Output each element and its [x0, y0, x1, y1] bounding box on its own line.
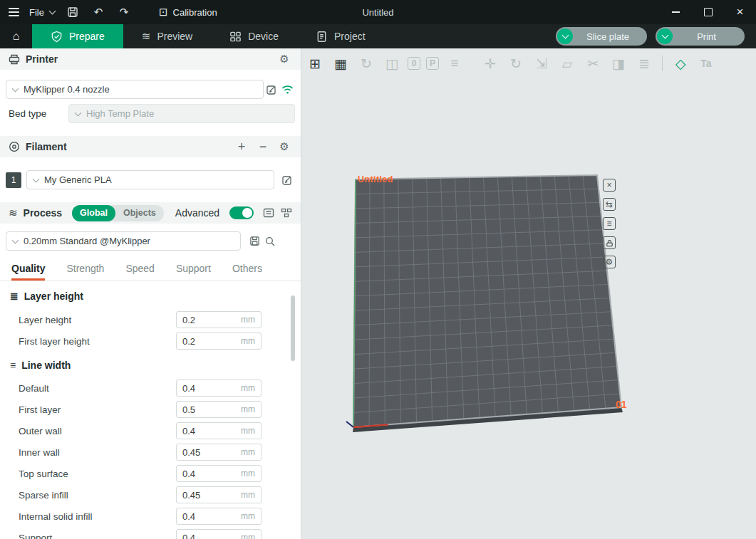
plate-actions: × ⇆ ≡ ⚙: [603, 179, 616, 268]
filament-preset-value: My Generic PLA: [44, 174, 267, 185]
param-row: Layer height 0.2 mm: [0, 309, 301, 330]
chevron-down-icon: [75, 109, 82, 116]
remove-filament-icon[interactable]: −: [255, 139, 271, 155]
bed-type-select[interactable]: High Temp Plate: [68, 104, 295, 123]
save-preset-icon[interactable]: [247, 234, 262, 249]
param-input-first-layer-height[interactable]: 0.2 mm: [176, 333, 262, 350]
tab-device[interactable]: Device: [211, 24, 297, 48]
rename-plate-icon[interactable]: ≡: [603, 217, 616, 230]
printer-settings-gear-icon[interactable]: ⚙: [276, 51, 292, 67]
save-button[interactable]: [65, 4, 81, 20]
tab-quality[interactable]: Quality: [11, 263, 45, 281]
orient-plate-icon[interactable]: ⇆: [603, 198, 616, 211]
minimize-icon: [672, 11, 680, 13]
filament-preset-row: 1 My Generic PLA: [0, 170, 301, 189]
lock-plate-icon[interactable]: [603, 236, 616, 249]
object-list-icon[interactable]: [280, 205, 292, 221]
tab-preview[interactable]: ≋ Preview: [123, 24, 211, 48]
param-input-support-width[interactable]: 0.4 mm: [176, 529, 262, 539]
print-button[interactable]: Print: [656, 27, 745, 46]
slice-plate-button[interactable]: Slice plate: [556, 27, 647, 46]
rotate-icon[interactable]: ↻: [506, 53, 526, 73]
split-icon[interactable]: ◨: [609, 53, 628, 73]
tab-speed[interactable]: Speed: [125, 263, 154, 281]
param-input-top-surface-width[interactable]: 0.4 mm: [176, 465, 262, 482]
add-filament-icon[interactable]: +: [234, 139, 249, 155]
auto-orient-icon[interactable]: ↻: [356, 53, 376, 73]
objects-count-badge[interactable]: 0: [408, 57, 420, 70]
advanced-toggle[interactable]: [229, 206, 254, 219]
param-row: First layer 0.5 mm: [0, 399, 301, 420]
tab-project[interactable]: Project: [297, 24, 384, 48]
param-row: Top surface 0.4 mm: [0, 463, 301, 484]
filament-section-title: Filament: [26, 141, 67, 152]
calibration-button[interactable]: ⊡ Calibration: [159, 6, 217, 19]
menu-icon[interactable]: [9, 8, 19, 16]
list-view-icon[interactable]: ≡: [445, 53, 465, 73]
undo-button[interactable]: ↶: [90, 4, 106, 20]
filament-section-header: Filament + − ⚙: [0, 136, 301, 157]
edit-filament-icon[interactable]: [279, 172, 295, 188]
cut-icon[interactable]: ✂: [583, 53, 603, 73]
line-width-icon: ≡: [10, 360, 16, 371]
text-tool-icon[interactable]: Ta: [696, 53, 716, 73]
advanced-label: Advanced: [175, 207, 219, 219]
scope-global-toggle[interactable]: Global: [72, 205, 115, 221]
print-options-dropdown[interactable]: [657, 28, 673, 44]
duplicate-plate-icon[interactable]: ◫: [382, 53, 402, 73]
param-unit: mm: [241, 336, 255, 346]
tab-others[interactable]: Others: [232, 263, 262, 281]
home-tab[interactable]: ⌂: [0, 24, 32, 48]
param-value: 0.4: [182, 533, 241, 539]
param-row: Internal solid infill 0.4 mm: [0, 506, 301, 527]
filament-preset-select[interactable]: My Generic PLA: [26, 170, 274, 189]
calibration-icon: ⊡: [159, 6, 168, 19]
slice-options-dropdown[interactable]: [557, 28, 573, 44]
printer-icon: [9, 54, 20, 65]
file-menu[interactable]: File: [29, 7, 55, 18]
redo-button[interactable]: ↷: [116, 4, 132, 20]
scale-icon[interactable]: ⇲: [532, 53, 552, 73]
plate-settings-icon[interactable]: ⚙: [603, 256, 616, 268]
param-input-inner-wall-width[interactable]: 0.45 mm: [176, 444, 262, 461]
param-input-outer-wall-width[interactable]: 0.4 mm: [176, 422, 262, 439]
param-input-default-width[interactable]: 0.4 mm: [176, 380, 262, 397]
delete-plate-icon[interactable]: ×: [603, 179, 616, 192]
tab-strength[interactable]: Strength: [66, 263, 104, 281]
flatten-icon[interactable]: ▱: [557, 53, 577, 73]
assembly-view-icon[interactable]: ◇: [670, 53, 690, 73]
param-input-first-layer-width[interactable]: 0.5 mm: [176, 401, 262, 418]
save-icon: [67, 6, 78, 18]
tab-label: Prepare: [69, 31, 105, 42]
process-preset-select[interactable]: 0.20mm Standard @MyKlipper: [6, 231, 241, 251]
sidebar-scrollbar[interactable]: [291, 295, 295, 361]
scope-objects-toggle[interactable]: Objects: [115, 205, 164, 221]
close-button[interactable]: ×: [724, 0, 756, 24]
param-input-layer-height[interactable]: 0.2 mm: [176, 311, 262, 328]
bed-type-value: High Temp Plate: [86, 108, 288, 119]
filament-slot-badge[interactable]: 1: [6, 172, 21, 188]
maximize-button[interactable]: [692, 0, 724, 24]
variable-layer-height-icon[interactable]: ≣: [634, 53, 654, 73]
param-value: 0.5: [182, 404, 241, 415]
preset-list-icon[interactable]: [262, 205, 274, 221]
printer-preset-select[interactable]: MyKlipper 0.4 nozzle: [6, 80, 264, 99]
move-icon[interactable]: ✛: [480, 53, 500, 73]
filament-settings-gear-icon[interactable]: ⚙: [276, 139, 292, 155]
viewport-3d[interactable]: ⊞ ▦ ↻ ◫ 0 P ≡ ✛ ↻ ⇲ ▱ ✂ ◨ ≣ ◇ Ta Untitle…: [301, 48, 756, 539]
search-icon[interactable]: [262, 234, 278, 249]
wifi-connection-icon[interactable]: [279, 82, 295, 98]
arrange-icon[interactable]: ▦: [331, 53, 351, 73]
param-input-sparse-infill-width[interactable]: 0.45 mm: [176, 486, 262, 503]
edit-printer-icon[interactable]: [264, 82, 279, 98]
param-input-internal-solid-infill-width[interactable]: 0.4 mm: [176, 508, 262, 525]
plate-label-badge[interactable]: P: [426, 57, 439, 70]
minimize-button[interactable]: [660, 0, 692, 24]
param-unit: mm: [241, 511, 255, 521]
maximize-icon: [704, 8, 713, 16]
add-plate-icon[interactable]: ⊞: [305, 53, 325, 73]
tab-support[interactable]: Support: [176, 263, 211, 281]
param-row: Inner wall 0.45 mm: [0, 441, 301, 463]
build-plate[interactable]: [301, 48, 756, 539]
tab-prepare[interactable]: Prepare: [32, 24, 123, 48]
